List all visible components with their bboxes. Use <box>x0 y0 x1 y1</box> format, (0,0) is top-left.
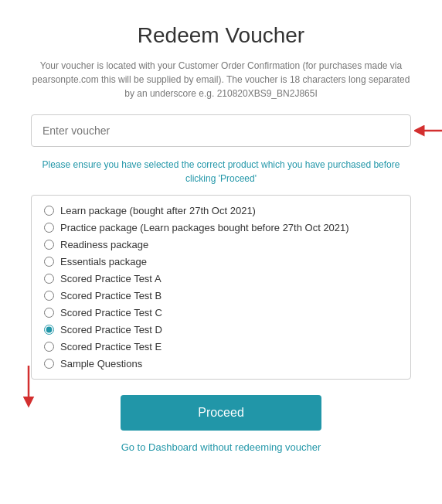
option-item[interactable]: Essentials package <box>44 256 398 267</box>
radio-opt10[interactable] <box>44 359 54 369</box>
option-label-opt6: Scored Practice Test B <box>60 290 162 301</box>
info-text: Your voucher is located with your Custom… <box>31 59 411 100</box>
radio-opt6[interactable] <box>44 291 54 301</box>
page-container: Redeem Voucher Your voucher is located w… <box>31 15 411 481</box>
radio-opt3[interactable] <box>44 240 54 250</box>
options-box: Learn package (bought after 27th Oct 202… <box>31 195 411 380</box>
option-item[interactable]: Learn package (bought after 27th Oct 202… <box>44 205 398 216</box>
proceed-button[interactable]: Proceed <box>121 395 321 431</box>
voucher-input-wrapper <box>31 114 411 147</box>
option-label-opt9: Scored Practice Test E <box>60 341 162 352</box>
voucher-input[interactable] <box>31 114 411 147</box>
radio-opt7[interactable] <box>44 308 54 318</box>
option-item[interactable]: Scored Practice Test E <box>44 341 398 352</box>
option-label-opt1: Learn package (bought after 27th Oct 202… <box>60 205 256 216</box>
radio-opt4[interactable] <box>44 257 54 267</box>
options-list: Learn package (bought after 27th Oct 202… <box>44 205 398 369</box>
option-item[interactable]: Scored Practice Test C <box>44 307 398 318</box>
option-label-opt7: Scored Practice Test C <box>60 307 162 318</box>
warning-text: Please ensure you have selected the corr… <box>31 158 411 186</box>
dashboard-link[interactable]: Go to Dashboard without redeeming vouche… <box>121 441 321 453</box>
radio-opt8[interactable] <box>44 325 54 335</box>
down-arrow-icon <box>21 362 36 408</box>
option-item[interactable]: Scored Practice Test B <box>44 290 398 301</box>
option-item[interactable]: Readiness package <box>44 239 398 250</box>
option-label-opt2: Practice package (Learn packages bought … <box>60 222 349 233</box>
radio-opt1[interactable] <box>44 206 54 216</box>
radio-opt9[interactable] <box>44 342 54 352</box>
option-label-opt5: Scored Practice Test A <box>60 273 162 284</box>
option-item[interactable]: Scored Practice Test A <box>44 273 398 284</box>
option-label-opt8: Scored Practice Test D <box>60 324 162 335</box>
option-label-opt3: Readiness package <box>60 239 148 250</box>
option-item[interactable]: Scored Practice Test D <box>44 324 398 335</box>
option-label-opt10: Sample Questions <box>60 358 142 369</box>
option-item[interactable]: Practice package (Learn packages bought … <box>44 222 398 233</box>
option-label-opt4: Essentials package <box>60 256 147 267</box>
page-title: Redeem Voucher <box>138 23 304 48</box>
option-item[interactable]: Sample Questions <box>44 358 398 369</box>
radio-opt5[interactable] <box>44 274 54 284</box>
radio-opt2[interactable] <box>44 223 54 233</box>
arrow-icon <box>414 123 442 138</box>
